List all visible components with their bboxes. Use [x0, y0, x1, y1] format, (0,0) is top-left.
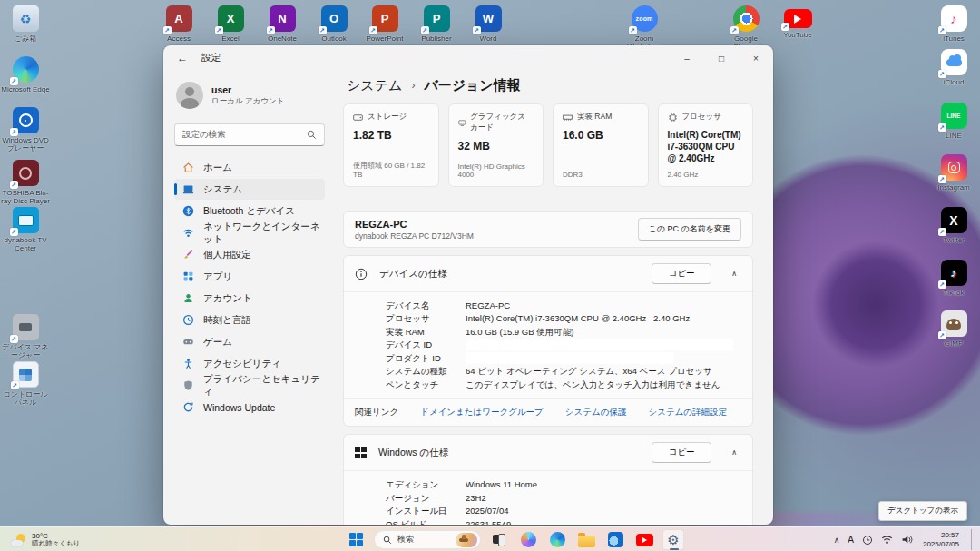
- nav-item-system[interactable]: システム: [174, 179, 325, 200]
- desktop-icon-word[interactable]: W↗ Word: [463, 5, 514, 43]
- desktop-icon-recycle-bin[interactable]: ♻ ごみ箱: [0, 5, 51, 43]
- taskbar-search[interactable]: 検索: [374, 530, 481, 549]
- desktop-icon-twitter[interactable]: X↗ Twitter: [928, 207, 979, 244]
- chevron-up-icon[interactable]: ∧: [731, 448, 737, 457]
- nav-item-windows-update[interactable]: Windows Update: [174, 397, 325, 418]
- volume-tray-icon[interactable]: [901, 535, 913, 545]
- account-banner[interactable]: user ローカル アカウント: [176, 82, 325, 109]
- link-domain-workgroup[interactable]: ドメインまたはワークグループ: [420, 407, 544, 418]
- nav-item-accounts[interactable]: アカウント: [174, 288, 325, 309]
- windows-spec-header[interactable]: Windows の仕様 コピー ∧: [344, 435, 752, 470]
- file-explorer-button[interactable]: [575, 529, 597, 550]
- minimize-button[interactable]: –: [670, 45, 704, 71]
- weather-widget[interactable]: 30°C 晴れ時々くもり: [6, 529, 84, 550]
- ime-indicator[interactable]: A: [848, 535, 854, 545]
- copy-device-spec-button[interactable]: コピー: [652, 263, 711, 284]
- desktop-icon-label: TOSHIBA Blu-ray Disc Player: [0, 189, 51, 205]
- shortcut-arrow-icon: ↗: [10, 181, 18, 189]
- desktop-icon-tiktok[interactable]: ♪↗ TikTok: [928, 260, 979, 297]
- nav-item-home[interactable]: ホーム: [174, 157, 325, 178]
- nav-item-bluetooth-devices[interactable]: Bluetooth とデバイス: [174, 201, 325, 221]
- settings-taskbar-button[interactable]: ⚙: [662, 529, 684, 550]
- rename-pc-button[interactable]: この PC の名前を変更: [638, 218, 741, 241]
- desktop-icon-instagram[interactable]: ↗ Instagram: [928, 154, 979, 192]
- maximize-button[interactable]: □: [704, 45, 739, 71]
- settings-search-input[interactable]: 設定の検索: [174, 123, 325, 146]
- desktop-icon-powerpoint[interactable]: P↗ PowerPoint: [359, 5, 410, 43]
- avatar: [176, 82, 203, 109]
- desktop-icon-tv-center[interactable]: ↗ dynabook TV Center: [0, 207, 51, 252]
- copilot-button[interactable]: [517, 529, 539, 550]
- nav-item-apps[interactable]: アプリ: [174, 266, 325, 287]
- desktop-icon-dvd-player[interactable]: ↗ Windows DVD プレーヤー: [0, 107, 51, 153]
- copy-windows-spec-button[interactable]: コピー: [652, 442, 711, 463]
- settings-nav: ホーム システム Bluetooth とデバイス ネットワークとインターネット: [174, 157, 325, 418]
- show-desktop-button[interactable]: [971, 529, 975, 550]
- shortcut-arrow-icon: ↗: [730, 26, 739, 34]
- search-icon: [383, 536, 392, 545]
- link-advanced-system-settings[interactable]: システムの詳細設定: [648, 407, 727, 418]
- desktop-icon-label: Word: [463, 34, 514, 43]
- graphics-value: 32 MB: [458, 140, 534, 154]
- task-view-button[interactable]: [488, 529, 510, 550]
- nav-item-gaming[interactable]: ゲーム: [174, 331, 325, 352]
- edge-taskbar-button[interactable]: [546, 529, 568, 550]
- start-button[interactable]: [345, 529, 367, 550]
- desktop-icon-line[interactable]: LINE↗ LINE: [928, 103, 979, 140]
- desktop-icon-device-manager[interactable]: ↗ デバイス マネージャー: [0, 314, 51, 359]
- device-name: REGZA-PC: [355, 219, 474, 230]
- desktop-icon-itunes[interactable]: ♪↗ iTunes: [928, 5, 979, 43]
- desktop-icon-zoom[interactable]: zoom↗ Zoom Workplace: [619, 5, 670, 51]
- desktop-icon-access[interactable]: A↗ Access: [153, 5, 204, 43]
- tray-time: 20:57: [923, 531, 959, 540]
- youtube-taskbar-button[interactable]: [633, 529, 655, 550]
- desktop-icon-publisher[interactable]: P↗ Publisher: [411, 5, 462, 43]
- device-manager-icon: ↗: [13, 314, 39, 340]
- desktop-icon-edge[interactable]: ↗ Microsoft Edge: [0, 56, 51, 93]
- link-system-protection[interactable]: システムの保護: [565, 407, 627, 418]
- desktop-icon-onenote[interactable]: N↗ OneNote: [257, 5, 308, 43]
- dvd-player-icon: ↗: [13, 107, 39, 133]
- edition-value: Windows 11 Home: [466, 478, 537, 490]
- windows-logo-icon: [355, 447, 367, 458]
- desktop-icon-icloud[interactable]: ↗ iCloud: [928, 49, 979, 86]
- desktop-icon-label: Access: [153, 34, 204, 43]
- tray-status-icon[interactable]: [862, 535, 873, 546]
- ram-spec-value: 16.0 GB (15.9 GB 使用可能): [466, 326, 573, 338]
- show-desktop-tooltip: デスクトップの表示: [878, 501, 967, 521]
- close-button[interactable]: ×: [739, 45, 773, 71]
- desktop-icon-youtube[interactable]: ↗ YouTube: [772, 5, 823, 39]
- clock[interactable]: 20:57 2025/07/05: [923, 531, 959, 549]
- nav-item-network-internet[interactable]: ネットワークとインターネット: [174, 222, 325, 243]
- desktop-icon-control-panel[interactable]: ↗ コントロール パネル: [0, 361, 51, 407]
- shortcut-arrow-icon: ↗: [215, 26, 223, 34]
- shortcut-arrow-icon: ↗: [10, 228, 18, 236]
- nav-item-privacy-security[interactable]: プライバシーとセキュリティ: [174, 375, 325, 396]
- device-spec-header[interactable]: デバイスの仕様 コピー ∧: [344, 256, 752, 291]
- chevron-up-icon[interactable]: ∧: [731, 270, 737, 278]
- ram-sub: DDR3: [563, 171, 639, 179]
- nav-item-accessibility[interactable]: アクセシビリティ: [174, 353, 325, 374]
- desktop-icon-chrome[interactable]: ↗ Google Chrome: [720, 5, 771, 51]
- summary-cards: ストレージ 1.82 TB 使用領域 60 GB / 1.82 TB グラフィッ…: [343, 103, 753, 187]
- related-links-label: 関連リンク: [355, 407, 398, 418]
- back-button[interactable]: ←: [172, 49, 192, 67]
- outlook-taskbar-button[interactable]: [604, 529, 626, 550]
- desktop-icon-toshiba-bluray[interactable]: ↗ TOSHIBA Blu-ray Disc Player: [0, 160, 51, 205]
- install-date-value: 2025/07/04: [466, 505, 509, 517]
- device-spec-title: デバイスの仕様: [379, 268, 447, 280]
- storage-card: ストレージ 1.82 TB 使用領域 60 GB / 1.82 TB: [343, 103, 439, 187]
- desktop-icon-outlook[interactable]: O↗ Outlook: [309, 5, 359, 43]
- desktop-icon-gimp[interactable]: ↗ GIMP: [928, 310, 979, 348]
- nav-item-time-language[interactable]: 時刻と言語: [174, 310, 325, 330]
- nav-item-personalization[interactable]: 個人用設定: [174, 244, 325, 265]
- desktop-icon-excel[interactable]: X↗ Excel: [205, 5, 256, 43]
- os-build-value: 22631.5549: [466, 518, 511, 525]
- gpu-icon: [458, 118, 466, 128]
- windows-spec-section: Windows の仕様 コピー ∧ エディションWindows 11 Home …: [343, 434, 753, 525]
- tray-overflow-chevron[interactable]: ∧: [834, 536, 840, 545]
- gear-icon: ⚙: [667, 533, 679, 546]
- ram-icon: [563, 113, 573, 123]
- wifi-tray-icon[interactable]: [881, 535, 893, 545]
- breadcrumb-system[interactable]: システム: [347, 77, 402, 94]
